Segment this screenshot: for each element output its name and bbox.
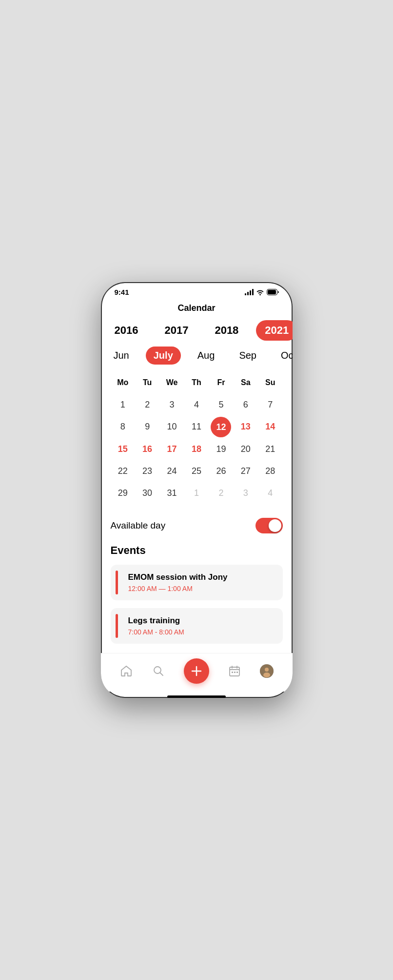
signal-icon <box>245 289 254 295</box>
day-th: Th <box>184 374 209 391</box>
toggle-knob <box>269 519 281 532</box>
cal-5[interactable]: 5 <box>209 395 233 415</box>
events-title: Events <box>111 544 283 557</box>
cal-6[interactable]: 6 <box>234 395 258 415</box>
cal-8[interactable]: 8 <box>111 417 135 437</box>
month-july[interactable]: July <box>146 347 181 365</box>
month-sep[interactable]: Sep <box>231 347 264 365</box>
home-icon <box>119 664 133 678</box>
available-day-row: Available day <box>101 507 293 544</box>
event-time-2: 7:00 AM - 8:00 AM <box>128 628 184 636</box>
status-bar: 9:41 <box>101 282 293 298</box>
event-card-2[interactable]: Legs training 7:00 AM - 8:00 AM <box>111 608 283 644</box>
day-su: Su <box>258 374 282 391</box>
svg-rect-4 <box>232 672 233 673</box>
cal-21[interactable]: 21 <box>258 439 282 459</box>
wifi-icon <box>256 289 264 295</box>
cal-9[interactable]: 9 <box>135 417 159 437</box>
svg-rect-6 <box>236 672 238 673</box>
svg-point-8 <box>265 668 269 672</box>
event-title-1: EMOM session with Jony <box>128 572 228 582</box>
scroll-content: Calendar 2016 2017 2018 2021 2022 2023 J… <box>101 298 293 653</box>
nav-home[interactable] <box>119 664 133 678</box>
year-selector: 2016 2017 2018 2021 2022 2023 <box>101 320 293 341</box>
events-section: Events EMOM session with Jony 12:00 AM —… <box>101 544 293 644</box>
calendar-header: Mo Tu We Th Fr Sa Su <box>111 374 283 391</box>
available-day-toggle[interactable] <box>255 518 283 533</box>
year-2017[interactable]: 2017 <box>156 320 197 341</box>
cal-7[interactable]: 7 <box>258 395 282 415</box>
cal-29[interactable]: 29 <box>111 483 135 503</box>
cal-30[interactable]: 30 <box>135 483 159 503</box>
nav-calendar[interactable] <box>228 664 241 678</box>
event-bar-2 <box>116 614 118 638</box>
month-jun[interactable]: Jun <box>106 347 137 365</box>
cal-next-4[interactable]: 4 <box>258 483 282 503</box>
nav-add-button[interactable] <box>184 658 209 684</box>
cal-31[interactable]: 31 <box>159 483 184 503</box>
page-title: Calendar <box>101 298 293 320</box>
month-oct[interactable]: Oct <box>273 347 293 365</box>
day-mo: Mo <box>111 374 135 391</box>
nav-profile[interactable] <box>260 664 274 678</box>
month-aug[interactable]: Aug <box>190 347 223 365</box>
calendar-icon <box>228 664 241 678</box>
year-2018[interactable]: 2018 <box>206 320 247 341</box>
available-day-label: Available day <box>111 520 166 531</box>
cal-10[interactable]: 10 <box>159 417 184 437</box>
cal-12-today[interactable]: 12 <box>211 417 231 437</box>
cal-next-1[interactable]: 1 <box>184 483 209 503</box>
nav-search[interactable] <box>152 664 165 678</box>
cal-25[interactable]: 25 <box>184 461 209 481</box>
cal-1[interactable]: 1 <box>111 395 135 415</box>
calendar-grid: 1 2 3 4 5 6 7 8 9 10 11 12 13 14 15 16 1… <box>111 395 283 503</box>
search-icon <box>152 664 165 678</box>
cal-13[interactable]: 13 <box>234 417 258 437</box>
event-time-1: 12:00 AM — 1:00 AM <box>128 585 228 592</box>
status-time: 9:41 <box>115 288 129 296</box>
cal-23[interactable]: 23 <box>135 461 159 481</box>
cal-11[interactable]: 11 <box>184 417 209 437</box>
event-card-1[interactable]: EMOM session with Jony 12:00 AM — 1:00 A… <box>111 565 283 600</box>
plus-icon <box>190 665 203 677</box>
bottom-nav <box>101 653 293 692</box>
cal-17[interactable]: 17 <box>159 439 184 459</box>
cal-28[interactable]: 28 <box>258 461 282 481</box>
cal-16[interactable]: 16 <box>135 439 159 459</box>
day-tu: Tu <box>135 374 159 391</box>
cal-19[interactable]: 19 <box>209 439 233 459</box>
cal-3[interactable]: 3 <box>159 395 184 415</box>
cal-18[interactable]: 18 <box>184 439 209 459</box>
home-indicator <box>167 695 226 698</box>
avatar <box>260 664 274 678</box>
cal-22[interactable]: 22 <box>111 461 135 481</box>
event-bar-1 <box>116 571 118 594</box>
cal-4[interactable]: 4 <box>184 395 209 415</box>
svg-rect-1 <box>268 290 276 294</box>
svg-rect-5 <box>234 672 236 673</box>
cal-26[interactable]: 26 <box>209 461 233 481</box>
cal-next-3[interactable]: 3 <box>234 483 258 503</box>
event-title-2: Legs training <box>128 616 184 626</box>
cal-15[interactable]: 15 <box>111 439 135 459</box>
cal-2[interactable]: 2 <box>135 395 159 415</box>
calendar: Mo Tu We Th Fr Sa Su 1 2 3 4 5 6 7 8 9 1 <box>101 374 293 503</box>
day-we: We <box>159 374 184 391</box>
cal-20[interactable]: 20 <box>234 439 258 459</box>
cal-24[interactable]: 24 <box>159 461 184 481</box>
svg-point-9 <box>263 673 270 677</box>
status-icons <box>245 289 279 295</box>
month-selector: Jun July Aug Sep Oct Nov <box>101 347 293 365</box>
battery-icon <box>267 289 279 295</box>
year-2016[interactable]: 2016 <box>106 320 147 341</box>
cal-14[interactable]: 14 <box>258 417 282 437</box>
cal-next-2[interactable]: 2 <box>209 483 233 503</box>
day-fr: Fr <box>209 374 233 391</box>
event-content-2: Legs training 7:00 AM - 8:00 AM <box>120 616 184 636</box>
year-2021[interactable]: 2021 <box>256 320 292 341</box>
day-sa: Sa <box>234 374 258 391</box>
cal-27[interactable]: 27 <box>234 461 258 481</box>
event-content-1: EMOM session with Jony 12:00 AM — 1:00 A… <box>120 572 228 592</box>
